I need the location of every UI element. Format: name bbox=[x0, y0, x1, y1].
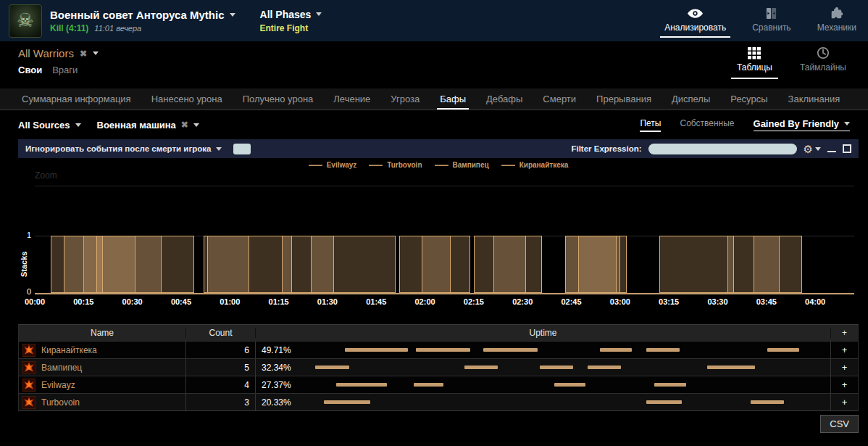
x-tick-label: 00:45 bbox=[171, 297, 191, 306]
legend-item-3[interactable]: Киранайткека bbox=[501, 161, 569, 169]
buff-interval-bar[interactable] bbox=[207, 236, 292, 293]
legend-label: Киранайткека bbox=[519, 161, 569, 169]
row-add-button[interactable]: + bbox=[830, 359, 858, 376]
buffs-table: Name Count Uptime + Киранайткека649.71%+… bbox=[18, 324, 859, 411]
column-header-name[interactable]: Name bbox=[19, 328, 185, 338]
row-add-button[interactable]: + bbox=[830, 394, 858, 410]
view-item-label: Таймлайны bbox=[800, 62, 846, 73]
war-machine-buff-icon bbox=[22, 361, 36, 374]
cell-name[interactable]: Evilwayz bbox=[19, 379, 185, 392]
kill-status: Kill (4:11) bbox=[50, 23, 88, 33]
y-axis-label: Stacks bbox=[19, 236, 29, 293]
buff-interval-bar[interactable] bbox=[659, 236, 734, 293]
row-add-button[interactable]: + bbox=[830, 376, 858, 393]
buff-interval-bar[interactable] bbox=[96, 236, 194, 293]
war-machine-buff-icon bbox=[22, 379, 36, 392]
main-tab-4[interactable]: Угроза bbox=[380, 88, 430, 110]
table-row[interactable]: Вампипец532.34%+ bbox=[19, 358, 858, 376]
uptime-bar bbox=[554, 383, 585, 387]
nav-item-1[interactable]: Сравнить bbox=[748, 7, 795, 38]
legend-label: Evilwayz bbox=[327, 161, 357, 169]
ability-filter-dropdown[interactable]: Военная машина ✖ bbox=[97, 120, 199, 131]
cell-count: 3 bbox=[185, 394, 255, 410]
cell-name[interactable]: Киранайткека bbox=[19, 344, 185, 357]
row-add-button[interactable]: + bbox=[830, 342, 858, 358]
main-tab-8[interactable]: Прерывания bbox=[586, 88, 662, 110]
player-name: Turbovoin bbox=[41, 397, 80, 408]
stacks-chart[interactable]: EvilwayzTurbovoinВампипецКиранайткека Zo… bbox=[18, 158, 859, 319]
column-header-uptime[interactable]: Uptime bbox=[255, 328, 830, 338]
chevron-down-icon bbox=[316, 12, 322, 16]
main-tab-3[interactable]: Лечение bbox=[323, 88, 380, 110]
legend-swatch-icon bbox=[369, 165, 383, 166]
selection-bar: All Warriors ✖ СвоиВраги ТаблицыТаймлайн… bbox=[0, 41, 868, 88]
sources-dropdown[interactable]: All Sources bbox=[18, 120, 81, 131]
main-tab-11[interactable]: Заклинания bbox=[778, 88, 851, 110]
cell-name[interactable]: Вампипец bbox=[19, 361, 185, 374]
x-tick-label: 00:30 bbox=[122, 297, 143, 306]
nav-item-0[interactable]: Анализировать bbox=[660, 7, 730, 38]
main-tab-6[interactable]: Дебафы bbox=[476, 88, 533, 110]
fight-title-dropdown[interactable]: Военный совет Анторуса Mythic bbox=[50, 9, 235, 21]
main-tab-10[interactable]: Ресурсы bbox=[720, 88, 777, 110]
boss-portrait-icon[interactable]: ☠ bbox=[9, 4, 42, 38]
table-row[interactable]: Evilwayz427.37%+ bbox=[19, 376, 858, 393]
legend-label: Turbovoin bbox=[387, 161, 422, 169]
source-right-tab-1[interactable]: Собственные bbox=[680, 118, 734, 132]
x-tick-label: 03:30 bbox=[707, 297, 727, 306]
remove-filter-icon[interactable]: ✖ bbox=[80, 49, 87, 59]
phase-label: All Phases bbox=[260, 9, 312, 20]
uptime-bar bbox=[345, 348, 408, 352]
nav-item-label: Механики bbox=[817, 22, 856, 33]
buff-interval-bar[interactable] bbox=[311, 236, 396, 293]
legend-item-2[interactable]: Вампипец bbox=[435, 161, 489, 169]
settings-gear-icon[interactable]: ⚙ bbox=[804, 144, 821, 154]
table-row[interactable]: Киранайткека649.71%+ bbox=[19, 341, 858, 358]
csv-export-button[interactable]: CSV bbox=[820, 415, 859, 433]
zoom-strip[interactable] bbox=[35, 186, 854, 186]
ignore-after-death-checkbox[interactable] bbox=[233, 144, 251, 154]
uptime-bar bbox=[416, 348, 470, 352]
table-row[interactable]: Turbovoin320.33%+ bbox=[19, 393, 858, 410]
buff-interval-bar[interactable] bbox=[493, 236, 542, 293]
gained-by-dropdown[interactable]: Gained By Friendly bbox=[754, 118, 850, 131]
legend-swatch-icon bbox=[309, 165, 322, 166]
legend-item-1[interactable]: Turbovoin bbox=[369, 161, 422, 169]
cell-count: 6 bbox=[185, 342, 255, 358]
view-item-0[interactable]: Таблицы bbox=[731, 46, 778, 79]
selection-dropdown[interactable]: All Warriors ✖ bbox=[18, 47, 850, 59]
uptime-bar bbox=[767, 348, 798, 352]
gained-by-label: Gained By Friendly bbox=[754, 118, 839, 129]
main-tab-0[interactable]: Суммарная информация bbox=[12, 88, 141, 110]
main-tab-2[interactable]: Получено урона bbox=[233, 88, 324, 110]
x-tick-label: 02:00 bbox=[414, 297, 435, 306]
friend-tab-0[interactable]: Свои bbox=[18, 65, 42, 75]
ignore-after-death-dropdown[interactable]: Игнорировать события после смерти игрока bbox=[25, 144, 222, 153]
y-tick-0: 0 bbox=[21, 287, 31, 296]
x-tick-label: 01:45 bbox=[366, 297, 386, 306]
view-item-label: Таблицы bbox=[737, 62, 772, 73]
filter-expression-input[interactable] bbox=[648, 144, 797, 154]
main-tab-1[interactable]: Нанесено урона bbox=[141, 88, 233, 110]
maximize-icon[interactable] bbox=[843, 144, 851, 153]
friend-tab-1[interactable]: Враги bbox=[52, 65, 78, 75]
add-column-button[interactable]: + bbox=[830, 328, 858, 338]
phase-dropdown[interactable]: All Phases bbox=[260, 9, 322, 20]
buff-interval-bar[interactable] bbox=[51, 236, 103, 293]
chart-plot-area[interactable] bbox=[35, 236, 854, 293]
nav-item-2[interactable]: Механики bbox=[813, 7, 861, 38]
column-header-count[interactable]: Count bbox=[185, 328, 255, 338]
main-tab-5[interactable]: Бафы bbox=[430, 88, 476, 110]
minimize-icon[interactable] bbox=[827, 145, 836, 152]
remove-ability-filter-icon[interactable]: ✖ bbox=[181, 120, 188, 130]
view-item-1[interactable]: Таймлайны bbox=[794, 46, 852, 79]
legend-item-0[interactable]: Evilwayz bbox=[309, 161, 357, 169]
chevron-down-icon bbox=[193, 123, 199, 127]
cell-name[interactable]: Turbovoin bbox=[19, 396, 185, 409]
main-tab-7[interactable]: Смерти bbox=[533, 88, 586, 110]
main-tab-9[interactable]: Диспелы bbox=[662, 88, 720, 110]
buff-interval-bar[interactable] bbox=[399, 236, 451, 293]
buff-interval-bar[interactable] bbox=[565, 236, 617, 293]
source-right-tab-0[interactable]: Петы bbox=[640, 118, 661, 132]
buff-interval-bar[interactable] bbox=[754, 236, 802, 293]
